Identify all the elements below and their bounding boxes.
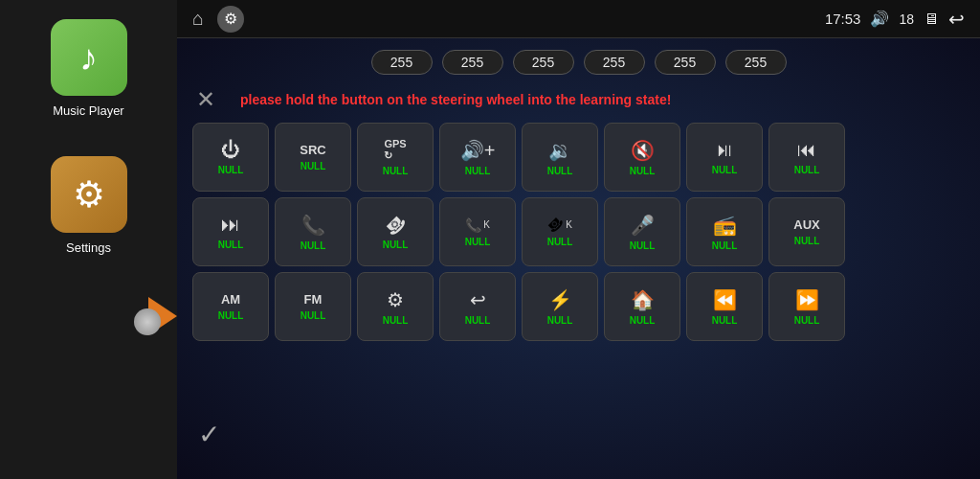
btn-back[interactable]: ↩ NULL <box>439 272 516 341</box>
btn-aux-label: NULL <box>794 236 820 246</box>
btn-home-label: NULL <box>630 315 656 326</box>
btn-rewind-label: NULL <box>712 315 738 326</box>
call-icon: 📞 <box>301 214 325 237</box>
settings-label: Settings <box>66 240 111 255</box>
home-btn-icon: 🏠 <box>631 288 655 311</box>
btn-fm[interactable]: FM NULL <box>275 272 351 341</box>
am-icon: AM <box>221 292 240 307</box>
btn-aux[interactable]: AUX NULL <box>768 197 845 266</box>
music-player-label: Music Player <box>53 103 123 118</box>
call-k-icon: 📞K <box>465 217 490 233</box>
btn-vol-down[interactable]: 🔉 NULL <box>522 123 598 192</box>
pills-row: 255 255 255 255 255 255 <box>177 38 980 80</box>
cancel-button[interactable]: ✕ <box>196 86 225 113</box>
setup-icon: ⚙ <box>387 288 404 311</box>
pill-2[interactable]: 255 <box>513 50 574 75</box>
btn-bluetooth-label: NULL <box>547 315 573 326</box>
next-icon: ⏭ <box>221 214 240 236</box>
topbar-right: 17:53 🔊 18 🖥 ↩ <box>825 8 965 31</box>
pill-5[interactable]: 255 <box>725 50 787 75</box>
pill-0[interactable]: 255 <box>371 50 433 75</box>
pill-3[interactable]: 255 <box>584 50 645 75</box>
btn-rewind[interactable]: ⏪ NULL <box>686 272 763 341</box>
button-row-2: AM NULL FM NULL ⚙ NULL ↩ NULL ⚡ NULL 🏠 N… <box>192 272 965 341</box>
gps-icon: GPS↻ <box>384 138 406 162</box>
mic-icon: 🎤 <box>631 214 655 237</box>
btn-next[interactable]: ⏭ NULL <box>192 197 269 266</box>
btn-power[interactable]: ⏻ NULL <box>192 123 269 192</box>
topbar-settings-icon[interactable]: ⚙ <box>217 6 244 33</box>
btn-call[interactable]: 📞 NULL <box>275 197 351 266</box>
btn-back-label: NULL <box>465 315 491 326</box>
btn-hang-up[interactable]: ☎ NULL <box>357 197 434 266</box>
btn-call-label: NULL <box>301 240 326 251</box>
instruction-text: please hold the button on the steering w… <box>240 92 671 107</box>
btn-hang-k[interactable]: ☎K NULL <box>522 197 598 266</box>
topbar-left: ⌂ ⚙ <box>192 6 244 33</box>
btn-fast-forward[interactable]: ⏩ NULL <box>768 272 845 341</box>
btn-power-label: NULL <box>218 165 244 175</box>
btn-am[interactable]: AM NULL <box>192 272 269 341</box>
btn-setup-label: NULL <box>383 315 409 326</box>
pill-4[interactable]: 255 <box>655 50 716 75</box>
btn-call-k[interactable]: 📞K NULL <box>439 197 516 266</box>
btn-hang-k-label: NULL <box>547 237 573 247</box>
btn-prev[interactable]: ⏮ NULL <box>768 123 845 192</box>
btn-home[interactable]: 🏠 NULL <box>604 272 680 341</box>
btn-mute-label: NULL <box>630 166 656 176</box>
btn-hang-up-label: NULL <box>383 240 409 250</box>
btn-src[interactable]: SRC NULL <box>275 123 351 192</box>
btn-setup[interactable]: ⚙ NULL <box>357 272 434 341</box>
btn-bluetooth[interactable]: ⚡ NULL <box>522 272 598 341</box>
hang-up-icon: ☎ <box>380 210 410 240</box>
power-icon: ⏻ <box>221 139 240 161</box>
music-player-app[interactable]: ♪ Music Player <box>51 19 127 118</box>
sidebar-knob <box>134 308 161 335</box>
btn-fast-forward-label: NULL <box>794 315 820 326</box>
home-icon[interactable]: ⌂ <box>192 8 204 30</box>
btn-prev-label: NULL <box>794 165 820 175</box>
settings-app[interactable]: ⚙ Settings <box>51 156 127 255</box>
time-display: 17:53 <box>825 11 861 27</box>
btn-play-pause[interactable]: ⏯ NULL <box>686 123 763 192</box>
btn-call-k-label: NULL <box>465 237 491 247</box>
mute-icon: 🔇 <box>631 139 655 162</box>
hang-k-icon: ☎K <box>547 217 572 233</box>
fast-forward-icon: ⏩ <box>795 288 819 311</box>
music-player-icon: ♪ <box>51 19 127 96</box>
topbar: ⌂ ⚙ 17:53 🔊 18 🖥 ↩ <box>177 0 980 38</box>
battery-level: 18 <box>899 11 914 27</box>
settings-icon: ⚙ <box>51 156 127 233</box>
screen-icon: 🖥 <box>924 11 939 28</box>
btn-mic[interactable]: 🎤 NULL <box>604 197 680 266</box>
btn-vol-up-label: NULL <box>465 166 491 176</box>
btn-radio-label: NULL <box>712 240 738 251</box>
instruction-row: ✕ please hold the button on the steering… <box>177 80 980 119</box>
btn-mute[interactable]: 🔇 NULL <box>604 123 680 192</box>
btn-radio[interactable]: 📻 NULL <box>686 197 763 266</box>
btn-src-label: NULL <box>301 161 326 171</box>
btn-next-label: NULL <box>218 240 244 250</box>
prev-icon: ⏮ <box>797 139 816 161</box>
btn-fm-label: NULL <box>301 310 326 321</box>
aux-icon: AUX <box>793 217 819 232</box>
vol-up-icon: 🔊+ <box>460 139 496 162</box>
btn-vol-up[interactable]: 🔊+ NULL <box>439 123 516 192</box>
rewind-icon: ⏪ <box>713 288 737 311</box>
pill-1[interactable]: 255 <box>442 50 503 75</box>
btn-gps[interactable]: GPS↻ NULL <box>357 123 434 192</box>
confirm-button[interactable]: ✓ <box>198 419 220 450</box>
button-grid: ⏻ NULL SRC NULL GPS↻ NULL 🔊+ NULL 🔉 NULL… <box>177 119 980 349</box>
vol-down-icon: 🔉 <box>548 139 572 162</box>
btn-am-label: NULL <box>218 310 244 321</box>
button-row-1: ⏭ NULL 📞 NULL ☎ NULL 📞K NULL ☎K <box>192 197 965 266</box>
button-row-0: ⏻ NULL SRC NULL GPS↻ NULL 🔊+ NULL 🔉 NULL… <box>192 123 965 192</box>
btn-play-pause-label: NULL <box>712 165 738 175</box>
btn-gps-label: NULL <box>383 166 409 176</box>
back-icon[interactable]: ↩ <box>948 8 965 31</box>
btn-mic-label: NULL <box>630 240 656 251</box>
sidebar: ♪ Music Player ⚙ Settings <box>0 0 177 479</box>
radio-icon: 📻 <box>713 214 737 237</box>
src-icon: SRC <box>300 143 325 157</box>
play-pause-icon: ⏯ <box>715 139 734 161</box>
